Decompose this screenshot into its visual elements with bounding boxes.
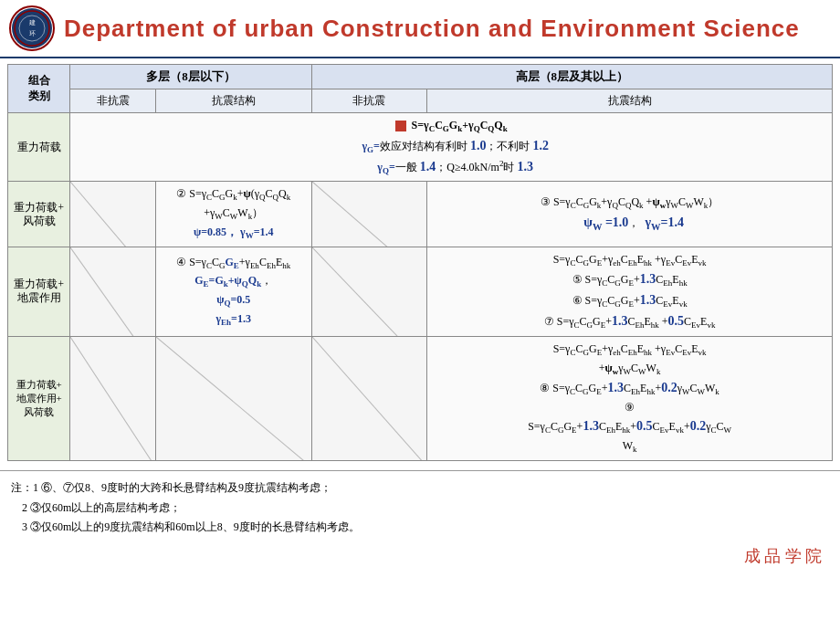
red-marker-1 (395, 121, 406, 131)
page-header: 建 环 Department of urban Construction and… (0, 0, 840, 58)
svg-line-6 (70, 247, 155, 337)
cell-multi-non-wind (70, 182, 156, 247)
svg-line-5 (312, 182, 427, 247)
header-title: Department of urban Construction and Env… (64, 15, 800, 43)
label-gravity-wind: 重力荷载+风荷载 (8, 182, 70, 247)
table-row-gravity-wind: 重力荷载+风荷载 ② S=γCCGGk+ψ(γQCQQk +γWCWWk） ψ=… (8, 182, 833, 247)
cell-high-seis-all: S=γCCGGE+γehCEhEhk +γEvCEvEvk +ψwγWCWWk … (427, 336, 833, 460)
svg-text:建: 建 (28, 19, 36, 26)
svg-line-10 (312, 337, 427, 461)
table-header-row-2: 非抗震 抗震结构 非抗震 抗震结构 (8, 89, 833, 113)
svg-line-4 (70, 182, 155, 247)
notes-section: 注：1 ⑥、⑦仅8、9度时的大跨和长悬臂结构及9度抗震结构考虑； 2 ③仅60m… (0, 470, 840, 545)
cell-high-non-eq (311, 247, 427, 336)
svg-line-7 (312, 247, 427, 337)
svg-point-0 (15, 11, 49, 46)
cell-gravity-content: S=γCCGGk+γQCQQk γG=效应对结构有利时 1.0；不利时 1.2 … (70, 113, 833, 182)
cell-high-seis-eq: S=γCCGGE+γehCEhEhk +γEvCEvEvk ⑤ S=γCCGGE… (427, 247, 833, 336)
note-line-3: 3 ③仅60m以上的9度抗震结构和60m以上8、9度时的长悬臂结构考虑。 (11, 518, 829, 538)
table-row-gravity-eq-wind: 重力荷载+地震作用+风荷载 S=γCCGGE+γehCEhEhk +γEvCEv… (8, 336, 833, 460)
main-content: 组合类别 多层（8层以下） 高层（8层及其以上） 非抗震 抗震结构 非抗震 抗震… (0, 58, 840, 467)
svg-text:环: 环 (29, 30, 36, 37)
cell-multi-non-eq (70, 247, 156, 336)
structure-table: 组合类别 多层（8层以下） 高层（8层及其以上） 非抗震 抗震结构 非抗震 抗震… (7, 64, 833, 461)
formula-all-high: S=γCCGGE+γehCEhEhk +γEvCEvEvk +ψwγWCWWk … (433, 341, 826, 457)
formula-eq-multi: ④ S=γCCGGE+γEhCEhEhk GE=Gk+ψQQk， ψQ=0.5 … (162, 254, 306, 330)
table-header-row-1: 组合类别 多层（8层以下） 高层（8层及其以上） (8, 65, 833, 89)
col-sub-high-seis: 抗震结构 (427, 89, 833, 113)
svg-line-9 (156, 337, 311, 461)
formula-eq-high: S=γCCGGE+γehCEhEhk +γEvCEvEvk ⑤ S=γCCGGE… (433, 251, 826, 332)
logo-inner: 建 环 (12, 8, 52, 48)
formula-wind-multi: ② S=γCCGGk+ψ(γQCQQk +γWCWWk） ψ=0.85， γW=… (162, 185, 306, 242)
cell-high-non-wind (311, 182, 427, 247)
label-gravity: 重力荷载 (8, 113, 70, 182)
cell-high-non-all (311, 336, 427, 460)
formula-wind-high: ③ S=γCCGGk+γQCQQk +ψwγWCWWk） ψW =1.0， γW… (433, 194, 826, 235)
cell-multi-seis-eq: ④ S=γCCGGE+γEhCEhEhk GE=Gk+ψQQk， ψQ=0.5 … (155, 247, 311, 336)
watermark: 成 品 学 院 (0, 545, 840, 571)
col-sub-high-non: 非抗震 (311, 89, 427, 113)
label-gravity-eq-wind: 重力荷载+地震作用+风荷载 (8, 336, 70, 460)
col-header-multi: 多层（8层以下） (70, 65, 311, 89)
cell-multi-non-all (70, 336, 156, 460)
cell-high-seis-wind: ③ S=γCCGGk+γQCQQk +ψwγWCWWk） ψW =1.0， γW… (427, 182, 833, 247)
cell-multi-seis-wind: ② S=γCCGGk+ψ(γQCQQk +γWCWWk） ψ=0.85， γW=… (155, 182, 311, 247)
col-sub-multi-seis: 抗震结构 (155, 89, 311, 113)
table-row-gravity-eq: 重力荷载+地震作用 ④ S=γCCGGE+γEhCEhEhk GE=Gk+ψQQ… (8, 247, 833, 336)
label-gravity-eq: 重力荷载+地震作用 (8, 247, 70, 336)
note-line-1: 注：1 ⑥、⑦仅8、9度时的大跨和长悬臂结构及9度抗震结构考虑； (11, 478, 829, 499)
formula-gravity: S=γCCGGk+γQCQQk γG=效应对结构有利时 1.0；不利时 1.2 … (76, 117, 826, 177)
note-line-2: 2 ③仅60m以上的高层结构考虑； (11, 499, 829, 519)
col-header-label: 组合类别 (8, 65, 70, 113)
table-row-gravity: 重力荷载 S=γCCGGk+γQCQQk γG=效应对结构有利时 1.0；不利时… (8, 113, 833, 182)
col-header-high: 高层（8层及其以上） (311, 65, 832, 89)
cell-multi-seis-all (155, 336, 311, 460)
logo: 建 环 (9, 5, 55, 51)
col-sub-multi-non: 非抗震 (70, 89, 156, 113)
svg-line-8 (70, 337, 155, 461)
